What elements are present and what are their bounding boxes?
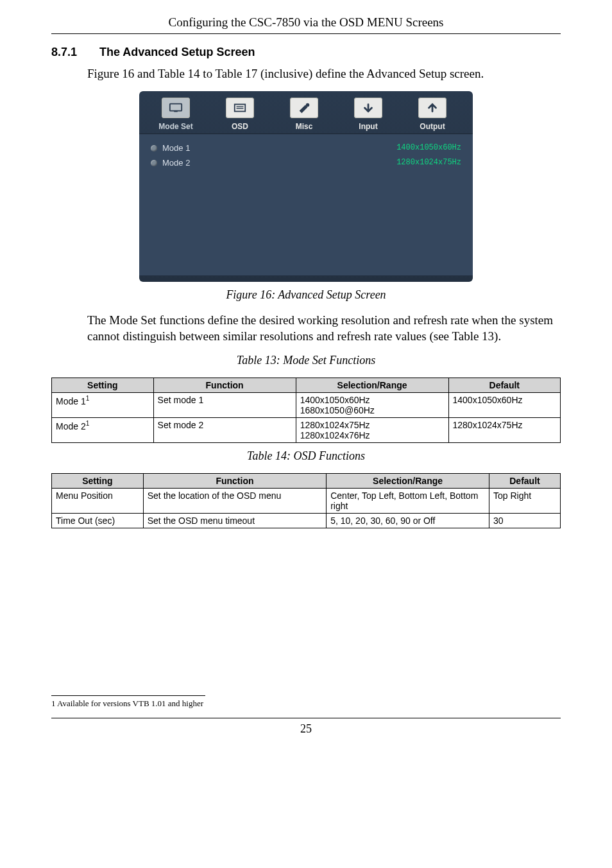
table-header: Setting (52, 473, 144, 488)
tab-osd[interactable]: OSD (211, 98, 269, 131)
table-13: Setting Function Selection/Range Default… (51, 378, 561, 443)
arrow-up-icon (418, 98, 446, 118)
section-heading: 8.7.1 The Advanced Setup Screen (51, 46, 561, 59)
osd-row-value: 1280x1024x75Hz (396, 158, 461, 167)
footer-divider (51, 718, 561, 718)
cell-function: Set mode 2 (153, 417, 296, 442)
cell-range: 5, 10, 20, 30, 60, 90 or Off (327, 513, 489, 528)
osd-body: Mode 1 1400x1050x60Hz Mode 2 1280x1024x7… (139, 134, 473, 275)
osd-row-value: 1400x1050x60Hz (396, 143, 461, 152)
table-header: Default (489, 473, 560, 488)
tab-label: Output (420, 122, 445, 131)
section-number: 8.7.1 (51, 46, 96, 59)
table-row: Menu Position Set the location of the OS… (52, 488, 561, 513)
cell-default: 1280x1024x75Hz (448, 417, 560, 442)
table-row: Time Out (sec) Set the OSD menu timeout … (52, 513, 561, 528)
svg-rect-1 (174, 110, 178, 112)
cell-function: Set the location of the OSD menu (143, 488, 326, 513)
svg-rect-2 (235, 104, 246, 111)
cell-range: Center, Top Left, Bottom Left, Bottom ri… (327, 488, 489, 513)
table-header: Default (448, 378, 560, 392)
table-header: Function (153, 378, 296, 392)
osd-row[interactable]: Mode 2 1280x1024x75Hz (151, 155, 461, 170)
cell-default: 30 (489, 513, 560, 528)
osd-row-label: Mode 2 (162, 158, 190, 168)
footnote-text: 1 Available for versions VTB 1.01 and hi… (51, 699, 561, 709)
osd-tab-bar: Mode Set OSD Misc Input (139, 91, 473, 134)
cell-setting: Time Out (sec) (52, 513, 144, 528)
tab-label: Input (359, 122, 377, 131)
table-header: Function (143, 473, 326, 488)
footnote-divider (51, 695, 205, 696)
list-icon (226, 98, 254, 118)
tab-output[interactable]: Output (404, 98, 461, 131)
cell-default: Top Right (489, 488, 560, 513)
cell-range: 1400x1050x60Hz 1680x1050@60Hz (296, 392, 448, 417)
tab-misc[interactable]: Misc (275, 98, 333, 131)
figure-16-caption: Figure 16: Advanced Setup Screen (51, 288, 561, 302)
arrow-down-icon (354, 98, 382, 118)
intro-paragraph: Figure 16 and Table 14 to Table 17 (incl… (87, 65, 561, 82)
tab-mode-set[interactable]: Mode Set (147, 98, 205, 131)
page-number: 25 (51, 722, 561, 736)
tab-label: OSD (232, 122, 248, 131)
radio-icon (151, 145, 157, 152)
osd-row-label: Mode 1 (162, 143, 190, 153)
table-14-caption: Table 14: OSD Functions (51, 449, 561, 463)
svg-point-5 (306, 103, 310, 107)
table-row: Mode 21 Set mode 2 1280x1024x75Hz 1280x1… (52, 417, 561, 442)
tab-label: Misc (296, 122, 313, 131)
body-paragraph-2: The Mode Set functions define the desire… (87, 312, 561, 345)
section-title-text: The Advanced Setup Screen (99, 46, 255, 58)
cell-setting: Menu Position (52, 488, 144, 513)
cell-default: 1400x1050x60Hz (448, 392, 560, 417)
cell-function: Set mode 1 (153, 392, 296, 417)
tools-icon (290, 98, 318, 118)
running-header: Configuring the CSC-7850 via the OSD MEN… (51, 13, 561, 34)
table-13-caption: Table 13: Mode Set Functions (51, 354, 561, 367)
table-header: Setting (52, 378, 154, 392)
osd-screenshot: Mode Set OSD Misc Input (139, 91, 473, 282)
tab-label: Mode Set (158, 122, 192, 131)
cell-setting: Mode 1 (56, 396, 86, 406)
cell-range: 1280x1024x75Hz 1280x1024x76Hz (296, 417, 448, 442)
cell-function: Set the OSD menu timeout (143, 513, 326, 528)
table-14: Setting Function Selection/Range Default… (51, 473, 561, 528)
footnote-ref: 1 (86, 420, 90, 427)
footnote-ref: 1 (86, 395, 90, 402)
svg-rect-0 (170, 103, 182, 110)
cell-setting: Mode 2 (56, 421, 86, 431)
table-header: Selection/Range (327, 473, 489, 488)
osd-row[interactable]: Mode 1 1400x1050x60Hz (151, 141, 461, 155)
monitor-icon (162, 98, 190, 118)
radio-icon (151, 160, 157, 166)
table-row: Mode 11 Set mode 1 1400x1050x60Hz 1680x1… (52, 392, 561, 417)
table-header: Selection/Range (296, 378, 448, 392)
tab-input[interactable]: Input (339, 98, 397, 131)
